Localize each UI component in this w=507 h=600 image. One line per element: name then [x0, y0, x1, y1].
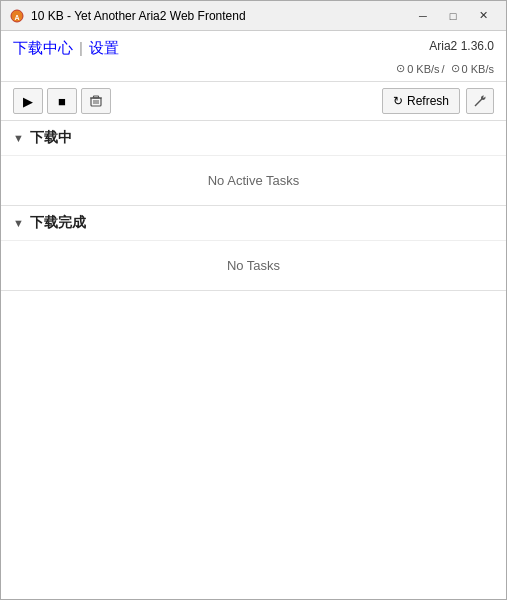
active-section-title: 下载中 — [30, 129, 72, 147]
main-window: A 10 KB - Yet Another Aria2 Web Frontend… — [0, 0, 507, 600]
completed-section-body: No Tasks — [1, 240, 506, 290]
upload-speed-icon: ⊙ — [451, 62, 460, 75]
tab-settings[interactable]: 设置 — [89, 39, 119, 58]
main-content: ▼ 下载中 No Active Tasks ▼ 下载完成 No Tasks — [1, 121, 506, 599]
completed-section: ▼ 下载完成 No Tasks — [1, 206, 506, 291]
completed-section-title: 下载完成 — [30, 214, 86, 232]
toolbar-left: ▶ ■ — [13, 88, 111, 114]
settings-button[interactable] — [466, 88, 494, 114]
nav-tabs: 下载中心 | 设置 — [13, 39, 119, 58]
active-chevron: ▼ — [13, 132, 24, 144]
refresh-icon: ↻ — [393, 94, 403, 108]
refresh-label: Refresh — [407, 94, 449, 108]
speed-info: ⊙ 0 KB/s / ⊙ 0 KB/s — [13, 62, 494, 75]
toolbar-right: ↻ Refresh — [382, 88, 494, 114]
download-speed: ⊙ 0 KB/s / — [396, 62, 444, 75]
download-speed-value: 0 KB/s — [407, 63, 439, 75]
active-section-body: No Active Tasks — [1, 155, 506, 205]
header: 下载中心 | 设置 Aria2 1.36.0 ⊙ 0 KB/s / ⊙ 0 KB… — [1, 31, 506, 82]
completed-section-header[interactable]: ▼ 下载完成 — [1, 206, 506, 240]
tab-download[interactable]: 下载中心 — [13, 39, 73, 58]
svg-rect-4 — [94, 96, 99, 98]
download-speed-icon: ⊙ — [396, 62, 405, 75]
version-info: Aria2 1.36.0 — [429, 39, 494, 53]
title-bar-controls: ─ □ ✕ — [408, 3, 498, 29]
title-bar-text: 10 KB - Yet Another Aria2 Web Frontend — [31, 9, 408, 23]
refresh-button[interactable]: ↻ Refresh — [382, 88, 460, 114]
completed-chevron: ▼ — [13, 217, 24, 229]
trash-icon — [89, 94, 103, 108]
pause-button[interactable]: ■ — [47, 88, 77, 114]
toolbar: ▶ ■ ↻ Refresh — [1, 82, 506, 121]
speed-separator: / — [442, 63, 445, 75]
header-top: 下载中心 | 设置 Aria2 1.36.0 — [13, 39, 494, 58]
wrench-icon — [473, 94, 487, 108]
upload-speed: ⊙ 0 KB/s — [451, 62, 494, 75]
delete-button[interactable] — [81, 88, 111, 114]
close-button[interactable]: ✕ — [468, 3, 498, 29]
svg-text:A: A — [14, 13, 19, 20]
active-section: ▼ 下载中 No Active Tasks — [1, 121, 506, 206]
nav-separator: | — [79, 39, 83, 58]
active-section-header[interactable]: ▼ 下载中 — [1, 121, 506, 155]
active-empty-message: No Active Tasks — [208, 173, 300, 188]
minimize-button[interactable]: ─ — [408, 3, 438, 29]
completed-empty-message: No Tasks — [227, 258, 280, 273]
resume-button[interactable]: ▶ — [13, 88, 43, 114]
maximize-button[interactable]: □ — [438, 3, 468, 29]
upload-speed-value: 0 KB/s — [462, 63, 494, 75]
title-bar: A 10 KB - Yet Another Aria2 Web Frontend… — [1, 1, 506, 31]
app-icon: A — [9, 8, 25, 24]
